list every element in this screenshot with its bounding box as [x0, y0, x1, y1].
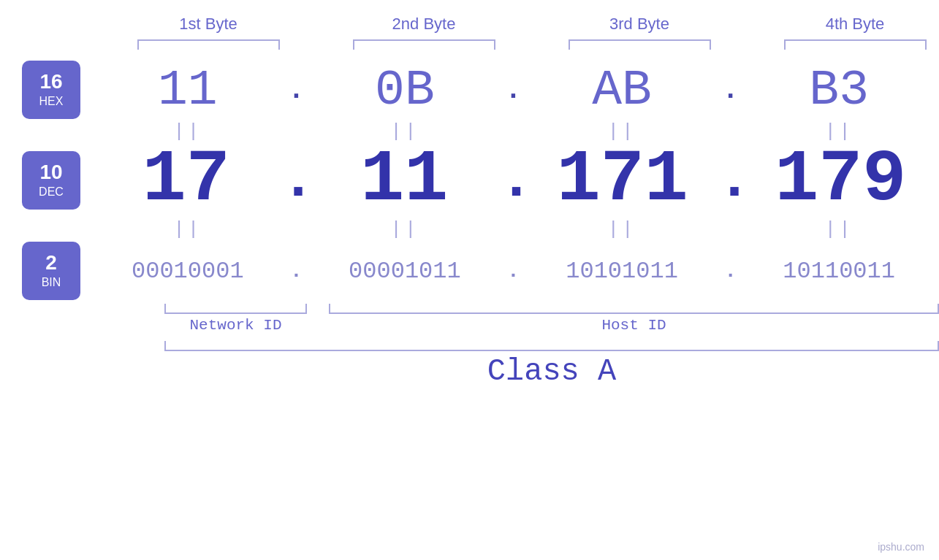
- id-labels-row: Network ID Host ID: [62, 317, 939, 334]
- bottom-bracket-row: [62, 304, 939, 314]
- bin-dot3: .: [720, 260, 742, 283]
- byte2-top-bracket: [353, 39, 495, 50]
- bin-b2: 00001011: [349, 258, 461, 285]
- dec-dot1: .: [281, 151, 310, 210]
- main-container: 1st Byte 2nd Byte 3rd Byte 4th Byte 16 H…: [0, 0, 939, 560]
- bin-row: 2 BIN 00010001 . 00001011 . 10101011 . 1…: [0, 242, 939, 300]
- eq2-b2: ||: [390, 218, 419, 240]
- eq2-b1: ||: [173, 218, 202, 240]
- dec-row: 10 DEC 17 . 11 . 171 . 179: [0, 144, 939, 217]
- watermark: ipshu.com: [878, 541, 924, 553]
- hex-row: 16 HEX 11 . 0B . AB . B3: [0, 61, 939, 119]
- byte3-header: 3rd Byte: [569, 15, 711, 34]
- hex-badge: 16 HEX: [22, 61, 80, 119]
- byte4-top-bracket: [784, 39, 927, 50]
- class-bracket: [164, 341, 939, 351]
- bin-badge: 2 BIN: [22, 242, 80, 300]
- dec-b1: 17: [142, 139, 230, 221]
- equals-row-2: || || || ||: [0, 218, 939, 240]
- host-id-label: Host ID: [329, 317, 939, 334]
- bin-b3: 10101011: [566, 258, 678, 285]
- hex-b4: B3: [809, 62, 869, 118]
- bin-b1: 00010001: [132, 258, 244, 285]
- dec-dot2: .: [498, 151, 528, 210]
- hex-dot2: .: [502, 74, 524, 106]
- class-bracket-row: [62, 341, 939, 351]
- byte2-header: 2nd Byte: [353, 15, 495, 34]
- bin-b4: 10110011: [783, 258, 895, 285]
- network-bracket: [164, 304, 307, 314]
- hex-dot3: .: [720, 74, 742, 106]
- bin-dot1: .: [285, 260, 307, 283]
- hex-b1: 11: [158, 62, 218, 118]
- byte4-header: 4th Byte: [784, 15, 927, 34]
- dec-dot3: .: [717, 151, 746, 210]
- bin-dot2: .: [502, 260, 524, 283]
- eq2-b4: ||: [825, 218, 854, 240]
- dec-b2: 11: [360, 139, 448, 221]
- class-label-row: Class A: [62, 354, 939, 389]
- dec-b3: 171: [557, 139, 688, 221]
- hex-b3: AB: [592, 62, 652, 118]
- network-id-label: Network ID: [164, 317, 307, 334]
- byte3-top-bracket: [569, 39, 711, 50]
- hex-b2: 0B: [375, 62, 435, 118]
- dec-b4: 179: [775, 139, 906, 221]
- byte1-top-bracket: [137, 39, 280, 50]
- eq2-b3: ||: [607, 218, 636, 240]
- byte1-header: 1st Byte: [137, 15, 280, 34]
- dec-badge: 10 DEC: [22, 151, 80, 210]
- class-label: Class A: [164, 354, 939, 389]
- host-bracket: [329, 304, 939, 314]
- hex-dot1: .: [285, 74, 307, 106]
